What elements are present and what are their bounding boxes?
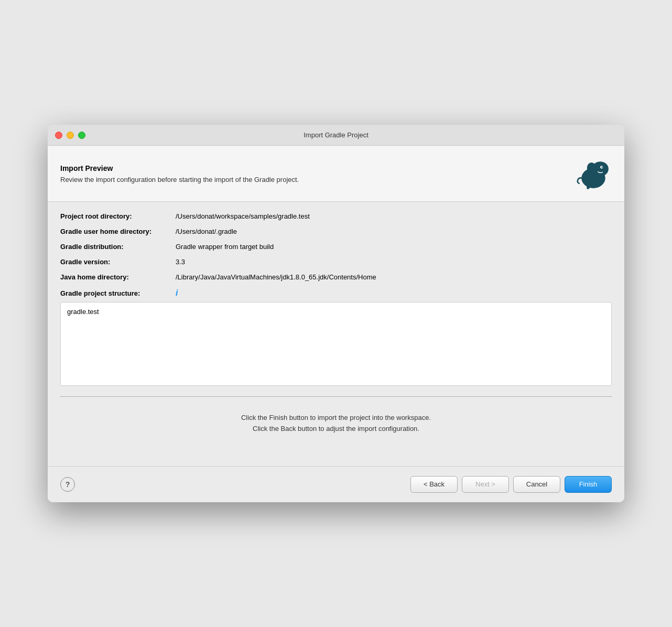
gradle-version-row: Gradle version: 3.3 [60, 258, 612, 266]
gradle-structure-section: Gradle project structure: i gradle.test [60, 288, 612, 386]
gradle-structure-project: gradle.test [67, 308, 99, 316]
info-line1: Click the Finish button to import the pr… [60, 413, 612, 424]
cancel-button[interactable]: Cancel [513, 476, 560, 493]
gradle-version-label: Gradle version: [60, 258, 176, 266]
next-button[interactable]: Next > [462, 476, 509, 493]
header-title: Import Preview [60, 164, 575, 172]
title-bar: Import Gradle Project [48, 125, 624, 146]
help-button[interactable]: ? [60, 477, 75, 492]
gradle-dist-label: Gradle distribution: [60, 243, 176, 251]
header-subtitle: Review the import configuration before s… [60, 176, 575, 183]
footer: ? < Back Next > Cancel Finish [48, 466, 624, 502]
spacer [48, 445, 624, 466]
gradle-structure-label: Gradle project structure: [60, 289, 176, 297]
traffic-lights [55, 132, 85, 139]
info-section: Click the Finish button to import the pr… [48, 397, 624, 445]
java-home-row: Java home directory: /Library/Java/JavaV… [60, 273, 612, 281]
gradle-dist-row: Gradle distribution: Gradle wrapper from… [60, 243, 612, 251]
project-root-row: Project root directory: /Users/donat/wor… [60, 212, 612, 220]
window-title: Import Gradle Project [304, 131, 368, 139]
java-home-label: Java home directory: [60, 273, 176, 281]
back-button[interactable]: < Back [410, 476, 458, 493]
main-window: Import Gradle Project Import Preview Rev… [48, 125, 624, 502]
close-button[interactable] [55, 132, 62, 139]
info-line2: Click the Back button to adjust the impo… [60, 424, 612, 435]
svg-point-4 [601, 167, 603, 168]
structure-label-row: Gradle project structure: i [60, 288, 612, 298]
svg-point-2 [587, 163, 597, 174]
header-text: Import Preview Review the import configu… [60, 164, 575, 183]
gradle-structure-box: gradle.test [60, 302, 612, 386]
gradle-home-row: Gradle user home directory: /Users/donat… [60, 228, 612, 235]
info-text: Click the Finish button to import the pr… [60, 413, 612, 435]
form-section: Project root directory: /Users/donat/wor… [48, 202, 624, 396]
gradle-home-value: /Users/donat/.gradle [176, 228, 237, 235]
minimize-button[interactable] [67, 132, 74, 139]
gradle-home-label: Gradle user home directory: [60, 228, 176, 235]
footer-left: ? [60, 477, 75, 492]
footer-buttons: < Back Next > Cancel Finish [410, 476, 612, 493]
info-icon[interactable]: i [176, 288, 178, 298]
finish-button[interactable]: Finish [565, 476, 612, 493]
java-home-value: /Library/Java/JavaVirtualMachines/jdk1.8… [176, 273, 376, 281]
project-root-label: Project root directory: [60, 212, 176, 220]
gradle-version-value: 3.3 [176, 258, 185, 266]
gradle-dist-value: Gradle wrapper from target build [176, 243, 274, 251]
project-root-value: /Users/donat/workspace/samples/gradle.te… [176, 212, 310, 220]
maximize-button[interactable] [78, 132, 85, 139]
header-section: Import Preview Review the import configu… [48, 146, 624, 202]
gradle-elephant-icon [575, 155, 612, 192]
